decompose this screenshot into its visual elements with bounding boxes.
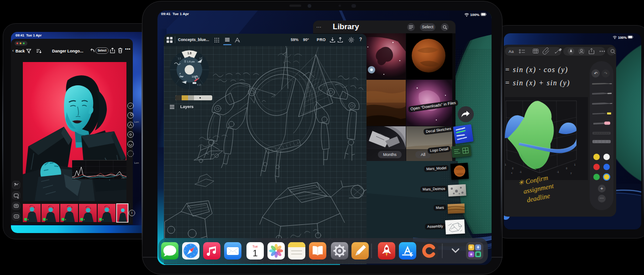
svg-text:All: All bbox=[421, 152, 425, 157]
svg-text:☰ 1.6 pts: ☰ 1.6 pts bbox=[184, 60, 195, 63]
svg-text:1: 1 bbox=[505, 163, 506, 166]
svg-text:1: 1 bbox=[574, 163, 576, 166]
svg-text:Tue: Tue bbox=[252, 245, 258, 248]
svg-text:Months: Months bbox=[383, 152, 397, 157]
svg-text:Aa: Aa bbox=[508, 49, 514, 54]
svg-text:1.6: 1.6 bbox=[187, 52, 191, 55]
svg-text:100%: 100% bbox=[192, 75, 198, 78]
svg-text:0: 0 bbox=[512, 167, 513, 170]
svg-text:1: 1 bbox=[252, 248, 257, 258]
svg-text:-1: -1 bbox=[519, 171, 522, 173]
svg-text:6:15: 6:15 bbox=[197, 84, 201, 86]
svg-text:100%: 100% bbox=[470, 13, 479, 17]
svg-text:1.3: 1.3 bbox=[178, 57, 181, 60]
svg-text:3.5: 3.5 bbox=[199, 57, 203, 60]
svg-text:255: 255 bbox=[121, 177, 125, 179]
svg-text:100%: 100% bbox=[618, 36, 627, 40]
